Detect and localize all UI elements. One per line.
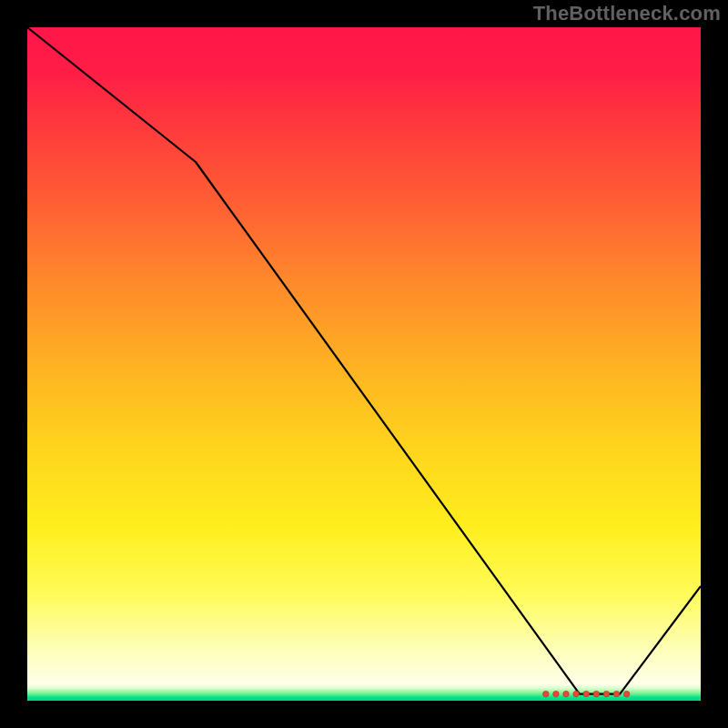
- data-marker: [613, 691, 619, 696]
- marker-group: [543, 691, 630, 696]
- data-marker: [553, 691, 559, 696]
- data-marker: [583, 691, 589, 696]
- data-marker: [563, 691, 569, 696]
- chart-stage: TheBottleneck.com: [0, 0, 728, 728]
- chart-svg: [27, 27, 701, 701]
- plot-area: [27, 27, 701, 701]
- data-marker: [593, 691, 599, 696]
- watermark-text: TheBottleneck.com: [533, 2, 721, 25]
- data-marker: [623, 691, 629, 696]
- data-marker: [603, 691, 609, 696]
- data-marker: [543, 691, 549, 696]
- data-marker: [573, 691, 579, 696]
- series-curve: [27, 27, 701, 694]
